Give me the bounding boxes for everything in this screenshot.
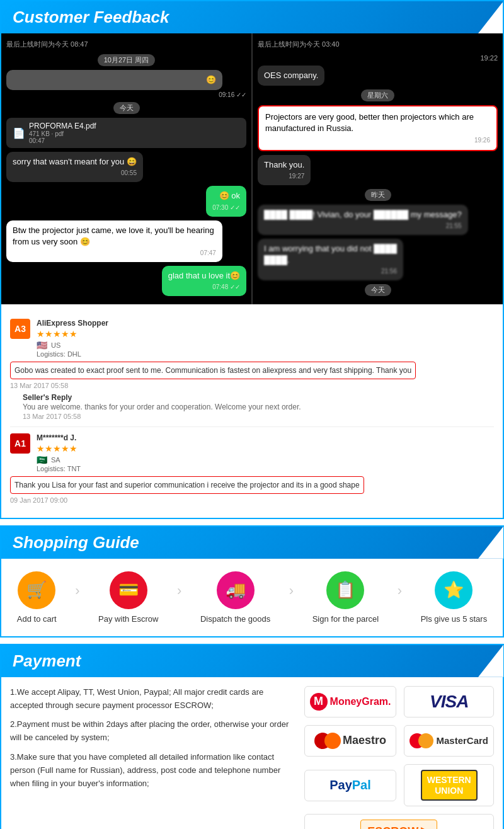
arrow-2: › xyxy=(177,583,181,599)
reviewer-2-country: SA xyxy=(51,456,60,464)
file-name: PROFORMA E4.pdf xyxy=(29,122,96,130)
bubble-company: OES company. xyxy=(258,66,324,86)
seller-reply-1: Seller's Reply You are welcome. thanks f… xyxy=(23,393,494,420)
visa-logo: VISA xyxy=(404,686,494,718)
shopping-guide-header: Shopping Guide xyxy=(1,527,503,559)
paypal-logo: PayPal xyxy=(304,770,397,801)
pdf-icon: 📄 xyxy=(13,127,25,139)
steps-area: 🛒 Add to cart › 💳 Pay with Escrow › 🚚 Di… xyxy=(1,559,503,636)
mc-circles xyxy=(410,733,433,748)
bubble-glad: glad that u love it😊 07:48 ✓✓ xyxy=(162,266,246,296)
time-right-1: 19:22 xyxy=(258,54,498,62)
bubble-blurred-1: ████ ████! Vivian, do your ██████ my mes… xyxy=(258,205,468,235)
maestro-text: Maestro xyxy=(314,733,386,749)
step-dispatch: 🚚 Dispatch the goods xyxy=(200,571,270,624)
file-size: 471 KB · pdf xyxy=(29,130,96,137)
seller-reply-date: 13 Mar 2017 05:58 xyxy=(23,413,494,420)
truck-icon: 🚚 xyxy=(217,571,255,609)
customer-feedback-section: Customer Feedback 最后上线时间为今天 08:47 10月27日… xyxy=(0,0,504,519)
moneygram-logo: M MoneyGram. xyxy=(304,686,397,718)
reviewer-2-logistics: Logistics: TNT xyxy=(37,465,494,472)
payment-logos: M MoneyGram. VISA Maestro xyxy=(304,686,494,829)
step-4-label: Sign for the parcel xyxy=(312,614,379,624)
step-3-label: Dispatch the goods xyxy=(200,614,270,624)
chat-right-panel: 最后上线时间为今天 03:40 19:22 OES company. 星期六 P… xyxy=(253,33,503,304)
bubble-blurred-2: I am worrying that you did not ████████.… xyxy=(258,239,403,280)
chat-date-1: 10月27日 周四 xyxy=(98,54,156,66)
payment-text: 1.We accept Alipay, TT, West Union, Payp… xyxy=(10,686,294,829)
customer-feedback-title: Customer Feedback xyxy=(13,8,169,27)
review-2-date: 09 Jan 2017 09:00 xyxy=(10,496,494,504)
yesterday-label: 昨天 xyxy=(365,189,391,201)
step-pay-escrow: 💳 Pay with Escrow xyxy=(98,571,158,624)
payment-section: Payment 1.We accept Alipay, TT, West Uni… xyxy=(0,644,504,829)
pp-pal: Pal xyxy=(352,778,371,792)
mastercard-logo: MasterCard xyxy=(404,725,494,757)
bubble-projectors-good: Projectors are very good, better then pr… xyxy=(258,105,498,151)
payment-point-1: 1.We accept Alipay, TT, West Union, Payp… xyxy=(10,686,294,712)
today-label: 今天 xyxy=(113,102,140,114)
mc-orange-circle xyxy=(418,733,433,748)
review-item-2: A1 M*******d J. ★★★★★ 🇸🇦 SA Logistics: T… xyxy=(10,427,494,510)
reviewer-1-info: AliExpress Shopper ★★★★★ 🇺🇸 US Logistics… xyxy=(37,319,494,358)
review-item-1: A3 AliExpress Shopper ★★★★★ 🇺🇸 US Logist… xyxy=(10,312,494,427)
step-sign-parcel: 📋 Sign for the parcel xyxy=(312,571,379,624)
reviewer-1-name: AliExpress Shopper xyxy=(37,319,494,328)
review-1-text: Gobo was created to exact proof sent to … xyxy=(10,362,416,379)
review-1-header: A3 AliExpress Shopper ★★★★★ 🇺🇸 US Logist… xyxy=(10,319,494,358)
arrow-1: › xyxy=(75,583,79,599)
file-time: 00:47 xyxy=(29,137,96,144)
customer-feedback-header: Customer Feedback xyxy=(1,1,503,33)
bubble-projector-arrived: Btw the projector just came, we love it,… xyxy=(6,220,222,262)
reviews-area: A3 AliExpress Shopper ★★★★★ 🇺🇸 US Logist… xyxy=(1,304,503,518)
payment-point-3: 3.Make sure that you have completed all … xyxy=(10,751,294,790)
reviewer-1-logistics: Logistics: DHL xyxy=(37,350,494,358)
reviewer-2-flag: 🇸🇦 xyxy=(37,455,47,465)
chat-left-panel: 最后上线时间为今天 08:47 10月27日 周四 😊 09:16 ✓✓ 今天 … xyxy=(1,33,251,304)
chat-right-meta: 最后上线时间为今天 03:40 xyxy=(258,38,498,50)
time-1: 09:16 ✓✓ xyxy=(6,91,246,98)
seller-reply-label: Seller's Reply xyxy=(23,393,494,402)
star-icon: ⭐ xyxy=(435,571,472,609)
step-5-label: Pls give us 5 stars xyxy=(421,614,488,624)
reviewer-2-name: M*******d J. xyxy=(37,433,494,442)
step-five-stars: ⭐ Pls give us 5 stars xyxy=(421,571,488,624)
cart-icon: 🛒 xyxy=(18,571,55,609)
seller-reply-text: You are welcome. thanks for your order a… xyxy=(23,402,494,413)
reviewer-2-stars: ★★★★★ xyxy=(37,443,494,454)
avatar-2: A1 xyxy=(10,433,30,454)
file-bubble: 📄 PROFORMA E4.pdf 471 KB · pdf 00:47 xyxy=(6,118,246,148)
arrow-4: › xyxy=(398,583,402,599)
bubble-ok: 😊 ok 07:30 ✓✓ xyxy=(206,186,246,216)
maestro-orange-circle xyxy=(324,733,341,749)
weekday-label: 星期六 xyxy=(361,89,394,101)
step-2-label: Pay with Escrow xyxy=(98,614,158,624)
bubble-thanks: Thank you. 19:27 xyxy=(258,155,311,185)
escrow-arrow-icon: ▶ xyxy=(421,824,430,829)
escrow-text: ESCROW▶ xyxy=(360,820,437,829)
bubble-sorry: sorry that wasn't meant for you 😄 00:55 xyxy=(6,152,143,182)
today-right-label: 今天 xyxy=(365,284,391,296)
western-union-text: WESTERNUNION xyxy=(421,770,478,801)
reviewer-1-country: US xyxy=(51,341,60,349)
payment-header: Payment xyxy=(1,645,503,677)
pp-pay: Pay xyxy=(329,778,352,792)
paypal-text: PayPal xyxy=(329,778,371,792)
visa-text: VISA xyxy=(430,692,468,712)
arrow-3: › xyxy=(289,583,294,599)
review-1-date: 13 Mar 2017 05:58 xyxy=(10,382,494,389)
payment-title: Payment xyxy=(13,651,81,671)
chat-left-meta: 最后上线时间为今天 08:47 xyxy=(6,38,246,50)
review-2-header: A1 M*******d J. ★★★★★ 🇸🇦 SA Logistics: T… xyxy=(10,433,494,472)
avatar-1: A3 xyxy=(10,319,30,339)
payment-point-2: 2.Payment must be within 2days after pla… xyxy=(10,718,294,745)
step-add-to-cart: 🛒 Add to cart xyxy=(17,571,57,624)
escrow-pay-icon: 💳 xyxy=(110,571,147,609)
maestro-circles xyxy=(314,733,341,749)
step-1-label: Add to cart xyxy=(17,614,57,624)
moneygram-icon: M xyxy=(310,693,328,711)
reviewer-1-flag: 🇺🇸 xyxy=(37,340,47,350)
reviewer-2-info: M*******d J. ★★★★★ 🇸🇦 SA Logistics: TNT xyxy=(37,433,494,472)
western-union-logo: WESTERNUNION xyxy=(404,764,494,807)
shopping-guide-title: Shopping Guide xyxy=(13,533,139,552)
